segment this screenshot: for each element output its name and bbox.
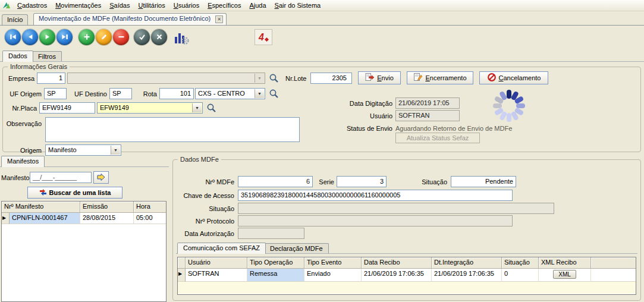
situacao-cell[interactable]: 0	[502, 269, 539, 282]
pencil-icon	[100, 33, 108, 42]
menu-especificos[interactable]: Específicos	[203, 1, 245, 10]
x-icon	[155, 33, 164, 42]
informacoes-gerais-title: Informações Gerais	[8, 63, 70, 71]
cancelamento-button[interactable]: Cancelamento	[479, 71, 548, 84]
tipo-evento-cell[interactable]: Enviado	[304, 269, 362, 282]
manifesto-cell[interactable]: CPN/FLN-0001467	[10, 213, 80, 224]
usuario-cell[interactable]: SOFTRAN	[186, 269, 247, 282]
menu-utilitarios[interactable]: Utilitários	[134, 1, 169, 10]
tipo-operacao-cell[interactable]: Remessa	[247, 269, 304, 282]
cancel-button[interactable]	[151, 29, 167, 45]
empresa-search-icon[interactable]	[269, 73, 279, 84]
situacao-field: Pendente	[451, 176, 516, 187]
chave-acesso-field: 3519068982391800014458003000000006116000…	[238, 190, 513, 201]
chevron-down-icon[interactable]: ▼	[255, 89, 264, 98]
prev-record-icon	[26, 33, 34, 42]
chevron-down-icon[interactable]: ▼	[111, 146, 120, 155]
loading-spinner	[491, 88, 527, 125]
edit-record-button[interactable]	[96, 29, 112, 45]
delete-record-button[interactable]	[113, 29, 129, 45]
rota-search-icon[interactable]	[269, 89, 279, 100]
placa-label: Nr.Placa	[7, 105, 37, 112]
menu-ajuda[interactable]: Ajuda	[245, 1, 270, 10]
nav-prev-button[interactable]	[22, 29, 38, 45]
manifesto-add-button[interactable]	[93, 171, 109, 184]
hora-cell[interactable]: 05:00	[134, 213, 166, 224]
tab-inicio-label: Início	[7, 16, 23, 23]
row-indicator-icon: ▶	[178, 269, 186, 282]
add-record-button[interactable]	[78, 29, 95, 45]
tab-close-icon[interactable]: ✕	[215, 15, 223, 23]
menu-saidas[interactable]: Saídas	[105, 1, 134, 10]
rota-combobox[interactable]: CXS - CENTRO ▼	[195, 88, 265, 99]
placa-combobox[interactable]: EFW9149 ▼	[97, 102, 203, 114]
tab-comunicacao-sefaz[interactable]: Comunicação com SEFAZ	[177, 243, 266, 254]
uf-origem-label: UF Origem	[7, 90, 42, 98]
placa-input[interactable]: EFW9149	[39, 102, 95, 114]
protocolo-field	[238, 215, 513, 227]
column-header: Emissão	[80, 202, 134, 213]
report-button[interactable]: 4	[255, 29, 272, 45]
origem-combobox[interactable]: Manifesto ▼	[45, 144, 121, 156]
encerramento-button[interactable]: Encerramento	[407, 71, 473, 84]
column-header: Tipo Evento	[304, 257, 362, 269]
chevron-down-icon[interactable]: ▼	[255, 74, 264, 83]
confirm-button[interactable]	[134, 29, 150, 45]
status-envio-value: Aguardando Retorno de Envio de MDFe	[395, 125, 512, 133]
menu-movimentacoes[interactable]: Movimentações	[51, 1, 105, 10]
tab-inicio[interactable]: Início	[2, 14, 28, 26]
tab-declaracao-mdfe[interactable]: Declaração MDFe	[264, 243, 329, 254]
app-icon	[2, 1, 11, 10]
protocolo-label: Nrº Protocolo	[177, 218, 234, 225]
menu-cadastros[interactable]: Cadastros	[13, 1, 51, 10]
tab-comunicacao-sefaz-label: Comunicação com SEFAZ	[183, 244, 260, 251]
toolbar: 4	[0, 26, 644, 49]
origem-label: Origem	[15, 147, 42, 155]
envio-button[interactable]: Envio	[358, 71, 401, 84]
observacao-textarea[interactable]	[45, 117, 300, 142]
manifesto-input[interactable]: __/___-______	[30, 172, 92, 183]
table-row[interactable]: ▶ SOFTRAN Remessa Enviado 21/06/2019 17:…	[178, 269, 636, 282]
nrlote-input[interactable]: 2305	[310, 73, 352, 84]
uf-destino-input[interactable]: SP	[109, 88, 132, 99]
nr-mdfe-field: 6	[238, 176, 313, 187]
nav-first-button[interactable]	[5, 29, 21, 45]
envio-button-label: Envio	[377, 74, 394, 81]
dt-integracao-cell[interactable]: 21/06/2019 17:06:35	[432, 269, 502, 282]
manifesto-label: Manifesto	[1, 174, 30, 182]
atualiza-status-sefaz-button[interactable]: Atualiza Status Sefaz	[395, 133, 480, 143]
menu-usuarios[interactable]: Usuários	[169, 1, 203, 10]
grid-empty-area	[178, 282, 636, 294]
chevron-down-icon[interactable]: ▼	[192, 103, 202, 112]
column-header: Dt.Integração	[432, 257, 502, 269]
plus-icon	[83, 33, 91, 42]
encerramento-button-label: Encerramento	[425, 74, 466, 81]
prohibition-icon	[487, 73, 497, 83]
first-record-icon	[9, 33, 17, 42]
cancelamento-button-label: Cancelamento	[499, 74, 541, 81]
data-recibo-cell[interactable]: 21/06/2019 17:06:35	[362, 269, 432, 282]
buscar-lista-button[interactable]: Buscar de uma lista	[27, 187, 122, 199]
table-row[interactable]: ▶ CPN/FLN-0001467 28/08/2015 05:00	[2, 213, 166, 224]
empresa-combobox[interactable]: ▼	[67, 73, 265, 84]
column-header: Hora	[134, 202, 166, 213]
chart-config-button[interactable]	[174, 30, 189, 45]
tab-manifestos-label: Manifestos	[7, 158, 39, 165]
xml-button[interactable]: XML	[553, 270, 576, 279]
tab-mdfe[interactable]: Movimentação de MDFe (Manifesto Document…	[33, 13, 227, 26]
menu-sair[interactable]: Sair do Sistema	[271, 1, 325, 10]
sefaz-grid: Usuário Tipo Operação Tipo Evento Data R…	[177, 257, 636, 295]
nav-next-button[interactable]	[39, 29, 55, 45]
rota-label: Rota	[138, 90, 157, 98]
rota-input[interactable]: 101	[159, 88, 194, 99]
empresa-input[interactable]: 1	[37, 73, 65, 84]
tab-dados[interactable]: Dados	[2, 51, 33, 62]
nav-last-button[interactable]	[56, 29, 73, 45]
placa-search-icon[interactable]	[206, 103, 216, 114]
dados-mdfe-title: Dados MDFe	[178, 156, 221, 163]
emissao-cell[interactable]: 28/08/2015	[80, 213, 134, 224]
manifestos-grid: Nrº Manifesto Emissão Hora ▶ CPN/FLN-000…	[1, 201, 167, 302]
tab-filtros[interactable]: Filtros	[32, 51, 62, 62]
uf-origem-input[interactable]: SP	[44, 88, 67, 99]
tab-manifestos[interactable]: Manifestos	[1, 156, 45, 167]
